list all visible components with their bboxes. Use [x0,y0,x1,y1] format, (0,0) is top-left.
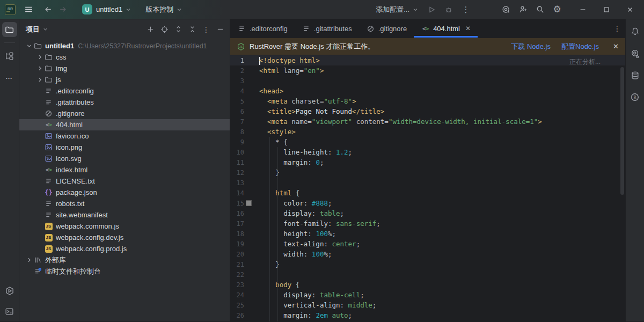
code-line-10[interactable]: 10 line-height: 1.2; [230,147,625,157]
tab-close-icon[interactable]: ✕ [465,25,471,32]
editor-scrollbar[interactable] [620,67,624,195]
code-line-24[interactable]: 24 display: table-cell; [230,290,625,300]
code-line-3[interactable]: 3 [230,76,625,86]
code-line-2[interactable]: 2<html lang="en"> [230,65,625,76]
tree-item-css[interactable]: css [19,52,230,63]
tree-item-icon.svg[interactable]: icon.svg [19,153,230,164]
run-icon[interactable] [424,2,439,17]
minimize-icon[interactable] [572,2,594,18]
editor-tab-.editorconfig[interactable]: .editorconfig [230,19,295,38]
project-panel-title[interactable]: 项目 [26,25,40,34]
vcs-widget[interactable]: 版本控制 [141,2,187,17]
project-widget[interactable]: U untitled1 [78,2,136,17]
add-user-icon[interactable] [515,2,530,17]
configure-nodejs-link[interactable]: 配置Node.js [561,42,599,52]
code-line-22[interactable]: 22 [230,269,625,280]
text-file-icon [44,177,53,185]
chevron-right-icon[interactable] [35,54,44,61]
close-icon[interactable] [619,2,641,18]
tree-item-webpack.common.js[interactable]: JSwebpack.common.js [19,221,230,232]
tree-item-index.html[interactable]: <>index.html [19,164,230,175]
cargo-icon[interactable]: R [627,90,642,105]
code-line-7[interactable]: 7 <meta name="viewport" content="width=d… [230,116,625,127]
debug-icon[interactable] [441,2,456,17]
more-tool-windows-icon[interactable]: … [2,69,17,84]
tree-item-.gitignore[interactable]: .gitignore [19,108,230,119]
tree-item-404.html[interactable]: <>404.html [19,119,230,130]
tree-item-robots.txt[interactable]: robots.txt [19,198,230,209]
code-line-9[interactable]: 9 * { [230,137,625,147]
tree-item-LICENSE.txt[interactable]: LICENSE.txt [19,175,230,187]
line-number: 12 [230,169,244,177]
code-line-19[interactable]: 19 text-align: center; [230,239,625,249]
project-folder-icon[interactable] [2,22,17,37]
tree-item-site.webmanifest[interactable]: site.webmanifest [19,209,230,221]
code-line-25[interactable]: 25 vertical-align: middle; [230,300,625,310]
tree-item-.gitattributes[interactable]: .gitattributes [19,97,230,108]
tree-item-icon.png[interactable]: icon.png [19,142,230,153]
code-line-5[interactable]: 5 <meta charset="utf-8"> [230,96,625,106]
main-menu-icon[interactable] [21,2,36,17]
expand-all-icon[interactable] [172,23,185,36]
collapse-all-icon[interactable] [186,23,199,36]
editor-tab-404.html[interactable]: <>404.html✕ [414,19,478,38]
back-icon[interactable] [40,2,55,17]
code-line-20[interactable]: 20 width: 100%; [230,249,625,259]
code-editor[interactable]: 1<!doctype html>2<html lang="en">34<head… [230,55,625,321]
hide-icon[interactable] [214,23,226,36]
tree-item-label: untitled1 [45,42,74,50]
locate-icon[interactable] [158,23,171,36]
code-line-18[interactable]: 18 height: 100%; [230,229,625,239]
maximize-icon[interactable] [596,2,617,18]
download-nodejs-link[interactable]: 下载 Node.js [511,42,551,52]
tree-item-webpack.config.prod.js[interactable]: JSwebpack.config.prod.js [19,243,230,254]
code-line-1[interactable]: 1<!doctype html> [230,55,625,65]
forward-icon[interactable] [55,2,70,17]
code-line-17[interactable]: 17 font-family: sans-serif; [230,218,625,229]
code-line-21[interactable]: 21 } [230,259,625,269]
chevron-right-icon[interactable] [35,65,44,72]
color-preview-swatch[interactable] [244,201,253,206]
code-line-11[interactable]: 11 margin: 0; [230,157,625,167]
code-line-15[interactable]: 15 color: #888; [230,198,625,208]
services-icon[interactable] [2,283,17,298]
code-line-8[interactable]: 8 <style> [230,127,625,137]
editor-tab-.gitignore[interactable]: .gitignore [359,19,414,38]
tree-item-webpack.config.dev.js[interactable]: JSwebpack.config.dev.js [19,232,230,243]
search-icon[interactable] [532,2,547,17]
tree-item-untitled1[interactable]: untitled1C:\Users\25327\RustroverProject… [19,40,230,52]
ai-assistant-icon[interactable] [627,46,642,61]
ai-assistant-icon[interactable] [498,2,513,17]
tree-item-favicon.ico[interactable]: favicon.ico [19,130,230,142]
plus-icon[interactable] [144,23,157,36]
code-line-12[interactable]: 12 } [230,167,625,178]
tree-item-.editorconfig[interactable]: .editorconfig [19,85,230,97]
chevron-down-icon[interactable] [25,42,33,49]
database-icon[interactable] [627,68,642,83]
structure-icon[interactable] [2,48,17,63]
code-line-14[interactable]: 14 html { [230,188,625,198]
chevron-right-icon[interactable] [25,257,33,264]
code-line-23[interactable]: 23 body { [230,280,625,290]
more-actions-icon[interactable]: ⋮ [458,2,473,17]
tab-list-more-icon[interactable]: ⋮ [609,19,625,38]
code-line-6[interactable]: 6 <title>Page Not Found</title> [230,106,625,116]
tree-item-临时文件和控制台[interactable]: 临时文件和控制台 [19,266,230,277]
rustrover-logo-icon[interactable]: RR [5,4,16,15]
tree-item-js[interactable]: js [19,74,230,85]
options-icon[interactable]: ⋮ [200,23,213,36]
code-line-13[interactable]: 13 [230,178,625,188]
tree-item-外部库[interactable]: 外部库 [19,254,230,266]
editor-tab-.gitattributes[interactable]: .gitattributes [295,19,359,38]
settings-gear-icon[interactable]: ⚙ [550,2,565,17]
code-line-4[interactable]: 4<head> [230,86,625,96]
run-configuration-selector[interactable]: 添加配置... [372,2,422,17]
chevron-right-icon[interactable] [35,76,44,83]
tree-item-img[interactable]: img [19,63,230,74]
code-line-26[interactable]: 26 margin: 2em auto; [230,310,625,320]
banner-close-icon[interactable]: ✕ [613,42,619,50]
tree-item-package.json[interactable]: {}package.json [19,187,230,198]
code-line-16[interactable]: 16 display: table; [230,208,625,218]
terminal-icon[interactable] [2,304,17,319]
notifications-bell-icon[interactable] [627,24,642,39]
